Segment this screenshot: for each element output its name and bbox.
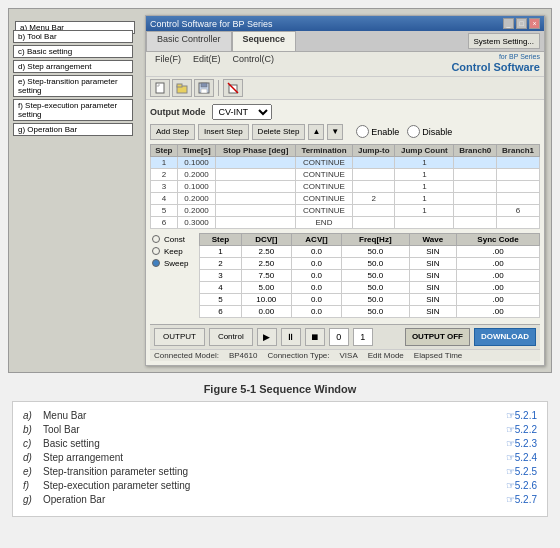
upper-table-row[interactable]: 1 0.1000 CONTINUE 1 (151, 156, 540, 168)
cell-stop (216, 168, 295, 180)
cell-b0 (454, 156, 497, 168)
cell-stop (216, 180, 295, 192)
keep-radio[interactable]: Keep (152, 247, 193, 256)
ref-list-item: e) Step-transition parameter setting ☞5.… (23, 466, 537, 477)
wave-selector: Const Keep Sweep (150, 233, 195, 322)
col-branch0: Branch0 (454, 144, 497, 156)
cell-b0 (454, 180, 497, 192)
cell-jump (353, 168, 395, 180)
up-arrow-btn[interactable]: ▲ (308, 124, 324, 140)
lcell-acv: 0.0 (291, 281, 341, 293)
ref-link[interactable]: ☞5.2.2 (506, 424, 537, 435)
counter-0: 0 (329, 328, 349, 346)
lcell-dcv: 5.00 (241, 281, 291, 293)
close-btn[interactable]: × (529, 18, 540, 29)
down-arrow-btn[interactable]: ▼ (327, 124, 343, 140)
tool-bar (146, 77, 544, 100)
lcol-freq: Freq[Hz] (342, 233, 410, 245)
tab-basic-controller[interactable]: Basic Controller (146, 31, 232, 51)
cell-b0 (454, 216, 497, 228)
maximize-btn[interactable]: □ (516, 18, 527, 29)
lower-table-row[interactable]: 4 5.00 0.0 50.0 SIN .00 (200, 281, 540, 293)
upper-table-row[interactable]: 2 0.2000 CONTINUE 1 (151, 168, 540, 180)
lower-table-row[interactable]: 2 2.50 0.0 50.0 SIN .00 (200, 257, 540, 269)
menu-file[interactable]: File(F) (150, 53, 186, 75)
svg-rect-0 (156, 83, 164, 93)
upper-table-row[interactable]: 5 0.2000 CONTINUE 1 6 (151, 204, 540, 216)
window-title: Control Software for BP Series (150, 19, 272, 29)
download-btn[interactable]: DOWNLOAD (474, 328, 536, 346)
ref-label: Step arrangement (43, 452, 506, 463)
output-off-btn[interactable]: OUTPUT OFF (405, 328, 470, 346)
add-step-btn[interactable]: Add Step (150, 124, 195, 140)
pause-btn[interactable]: ⏸ (281, 328, 301, 346)
enable-radio-label[interactable]: Enable (356, 125, 399, 138)
disable-radio[interactable] (407, 125, 420, 138)
ref-link[interactable]: ☞5.2.7 (506, 494, 537, 505)
ref-link[interactable]: ☞5.2.1 (506, 410, 537, 421)
upper-table-row[interactable]: 6 0.3000 END (151, 216, 540, 228)
cell-jcount: 1 (395, 156, 454, 168)
ref-list: a) Menu Bar ☞5.2.1 b) Tool Bar ☞5.2.2 c)… (12, 401, 548, 517)
lcell-dcv: 7.50 (241, 269, 291, 281)
lower-table-row[interactable]: 3 7.50 0.0 50.0 SIN .00 (200, 269, 540, 281)
system-setting-btn[interactable]: System Setting... (468, 33, 540, 49)
ref-link[interactable]: ☞5.2.6 (506, 480, 537, 491)
cell-time: 0.2000 (177, 192, 216, 204)
lcell-step: 6 (200, 305, 242, 317)
minimize-btn[interactable]: _ (503, 18, 514, 29)
keep-radio-dot (152, 247, 160, 255)
lcell-wave: SIN (409, 257, 456, 269)
lcell-acv: 0.0 (291, 257, 341, 269)
lower-table-row[interactable]: 5 10.00 0.0 50.0 SIN .00 (200, 293, 540, 305)
lcell-sync: .00 (457, 245, 540, 257)
model-val: BP4610 (229, 351, 257, 360)
ref-letter: b) (23, 424, 43, 435)
ref-label: Basic setting (43, 438, 506, 449)
cell-time: 0.1000 (177, 180, 216, 192)
lcell-step: 2 (200, 257, 242, 269)
delete-step-btn[interactable]: Delete Step (252, 124, 306, 140)
delete-btn[interactable] (223, 79, 243, 97)
output-mode-bar: Output Mode CV-INT CC-INT CV-EXT CC-EXT (150, 104, 540, 120)
lcell-dcv: 0.00 (241, 305, 291, 317)
insert-step-btn[interactable]: Insert Step (198, 124, 249, 140)
ref-link[interactable]: ☞5.2.5 (506, 466, 537, 477)
tab-sequence[interactable]: Sequence (232, 31, 297, 51)
play-btn[interactable]: ▶ (257, 328, 277, 346)
new-icon (154, 82, 166, 94)
lcell-sync: .00 (457, 293, 540, 305)
disable-radio-label[interactable]: Disable (407, 125, 452, 138)
lcell-acv: 0.0 (291, 245, 341, 257)
ref-letter: a) (23, 410, 43, 421)
callout-c: c) Basic setting (13, 45, 133, 58)
open-btn[interactable] (172, 79, 192, 97)
output-mode-select[interactable]: CV-INT CC-INT CV-EXT CC-EXT (212, 104, 272, 120)
upper-table-row[interactable]: 3 0.1000 CONTINUE 1 (151, 180, 540, 192)
lower-table: Step DCV[] ACV[] Freq[Hz] Wave Sync Code… (199, 233, 540, 318)
svg-rect-6 (201, 83, 207, 87)
lcol-step: Step (200, 233, 242, 245)
stop-btn[interactable]: ⏹ (305, 328, 325, 346)
save-btn[interactable] (194, 79, 214, 97)
lcell-sync: .00 (457, 281, 540, 293)
ref-link[interactable]: ☞5.2.3 (506, 438, 537, 449)
col-jumpto: Jump-to (353, 144, 395, 156)
control-btn[interactable]: Control (209, 328, 253, 346)
lower-table-row[interactable]: 6 0.00 0.0 50.0 SIN .00 (200, 305, 540, 317)
cell-step: 5 (151, 204, 178, 216)
ref-link[interactable]: ☞5.2.4 (506, 452, 537, 463)
callout-b: b) Tool Bar (13, 30, 133, 43)
upper-table-row[interactable]: 4 0.2000 CONTINUE 2 1 (151, 192, 540, 204)
new-btn[interactable] (150, 79, 170, 97)
enable-radio[interactable] (356, 125, 369, 138)
callout-g: g) Operation Bar (13, 123, 133, 136)
lower-table-row[interactable]: 1 2.50 0.0 50.0 SIN .00 (200, 245, 540, 257)
menu-edit[interactable]: Edit(E) (188, 53, 226, 75)
const-radio[interactable]: Const (152, 235, 193, 244)
sweep-radio[interactable]: Sweep (152, 259, 193, 268)
menu-control[interactable]: Control(C) (228, 53, 280, 75)
cell-time: 0.3000 (177, 216, 216, 228)
conn-label: Connection Type: (267, 351, 329, 360)
output-btn[interactable]: OUTPUT (154, 328, 205, 346)
